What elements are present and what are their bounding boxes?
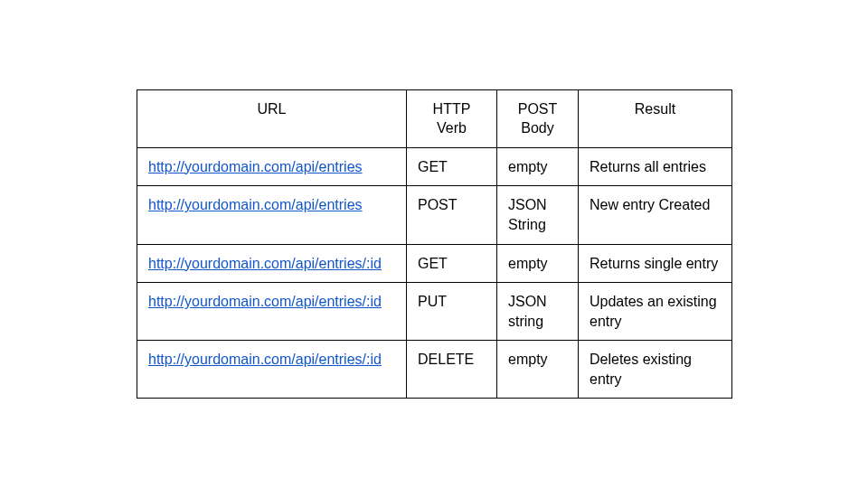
table-row: http://yourdomain.com/api/entries/:id PU… (137, 283, 732, 341)
api-table: URL HTTP Verb POST Body Result http://yo… (137, 89, 732, 399)
api-url-link[interactable]: http://yourdomain.com/api/entries/:id (148, 352, 382, 367)
header-result: Result (579, 89, 732, 147)
cell-verb: GET (407, 244, 497, 283)
cell-body: empty (497, 147, 579, 186)
cell-verb: PUT (407, 283, 497, 341)
table-row: http://yourdomain.com/api/entries GET em… (137, 147, 732, 186)
cell-result: New entry Created (579, 186, 732, 244)
header-body: POST Body (497, 89, 579, 147)
cell-result: Returns single entry (579, 244, 732, 283)
cell-body: empty (497, 341, 579, 399)
cell-body: JSON string (497, 283, 579, 341)
cell-verb: DELETE (407, 341, 497, 399)
api-table-container: URL HTTP Verb POST Body Result http://yo… (137, 89, 731, 399)
table-row: http://yourdomain.com/api/entries/:id GE… (137, 244, 732, 283)
cell-url: http://yourdomain.com/api/entries/:id (137, 283, 407, 341)
api-url-link[interactable]: http://yourdomain.com/api/entries/:id (148, 256, 382, 271)
cell-result: Returns all entries (579, 147, 732, 186)
header-verb: HTTP Verb (407, 89, 497, 147)
cell-result: Updates an existing entry (579, 283, 732, 341)
cell-url: http://yourdomain.com/api/entries (137, 147, 407, 186)
api-url-link[interactable]: http://yourdomain.com/api/entries/:id (148, 294, 382, 309)
cell-body: empty (497, 244, 579, 283)
table-row: http://yourdomain.com/api/entries/:id DE… (137, 341, 732, 399)
header-url: URL (137, 89, 407, 147)
cell-url: http://yourdomain.com/api/entries/:id (137, 341, 407, 399)
cell-verb: POST (407, 186, 497, 244)
cell-result: Deletes existing entry (579, 341, 732, 399)
api-url-link[interactable]: http://yourdomain.com/api/entries (148, 159, 363, 174)
cell-body: JSON String (497, 186, 579, 244)
table-header-row: URL HTTP Verb POST Body Result (137, 89, 732, 147)
api-url-link[interactable]: http://yourdomain.com/api/entries (148, 197, 363, 212)
cell-url: http://yourdomain.com/api/entries/:id (137, 244, 407, 283)
cell-url: http://yourdomain.com/api/entries (137, 186, 407, 244)
table-row: http://yourdomain.com/api/entries POST J… (137, 186, 732, 244)
cell-verb: GET (407, 147, 497, 186)
